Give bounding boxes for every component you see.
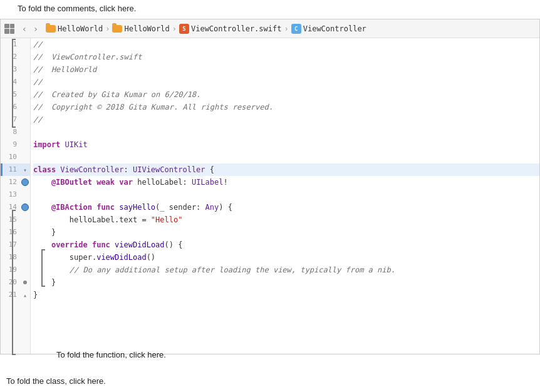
breadcrumb-label-2: HelloWorld — [124, 24, 169, 33]
line-number-21: 21 — [1, 289, 21, 301]
token: UIViewController — [133, 165, 205, 174]
line-number-7: 7 — [1, 113, 21, 126]
token: // — [33, 78, 42, 86]
code-line-11: class ViewController: UIViewController { — [33, 163, 539, 176]
fold-triangle-11[interactable]: ▾ — [23, 167, 27, 173]
token: func — [96, 203, 115, 212]
token: // HelloWorld — [33, 65, 96, 74]
top-annotation: To fold the comments, click here. — [18, 4, 136, 13]
token: () { — [165, 240, 183, 249]
forward-arrow[interactable]: › — [31, 24, 41, 34]
fn-fold-bracket — [41, 249, 45, 287]
breadcrumb-item-2[interactable]: HelloWorld — [112, 24, 169, 33]
line-number-12: 12 — [1, 176, 21, 188]
token: @IBOutlet — [33, 178, 92, 187]
code-line-3: // HelloWorld — [33, 63, 539, 76]
token — [88, 240, 92, 249]
gutter-icon-20 — [21, 281, 29, 284]
code-line-10 — [33, 151, 539, 163]
token: import — [33, 140, 60, 149]
line-number-6: 6 — [1, 101, 21, 113]
line-number-14: 14 — [1, 201, 21, 214]
line-number-11: 11 — [1, 163, 21, 176]
line-number-10: 10 — [1, 151, 21, 163]
token: viewDidLoad — [115, 240, 164, 249]
comment-fold-bracket — [12, 39, 16, 128]
folder-icon-2 — [112, 25, 122, 33]
small-dot-indicator — [23, 281, 27, 284]
token: // Copyright © 2018 Gita Kumar. All righ… — [33, 103, 273, 111]
line-number-4: 4 — [1, 76, 21, 88]
gutter-row-13: 13 — [1, 188, 30, 201]
token: UIKit — [65, 140, 88, 149]
token: "Hello" — [151, 215, 183, 224]
code-line-8 — [33, 126, 539, 138]
code-line-2: // ViewController.swift — [33, 51, 539, 63]
swift-icon: S — [179, 24, 189, 34]
ib-action-circle[interactable] — [21, 204, 29, 211]
breadcrumb-sep-2: › — [172, 24, 177, 33]
breadcrumb-item-4[interactable]: C ViewController — [291, 24, 366, 34]
gutter-row-9: 9 — [1, 138, 30, 151]
token — [33, 240, 51, 249]
token: helloLabel.text = — [33, 215, 151, 224]
line-number-17: 17 — [1, 239, 21, 251]
grid-icon[interactable] — [4, 24, 14, 34]
line-number-20: 20 — [1, 276, 21, 289]
code-lines[interactable]: //// ViewController.swift// HelloWorld//… — [31, 38, 539, 354]
line-number-18: 18 — [1, 251, 21, 264]
token: // Created by Gita Kumar on 6/20/18. — [33, 90, 200, 99]
code-line-19: // Do any additional setup after loading… — [33, 264, 539, 276]
line-gutter: 1234567891011▾12131415161718192021▴ — [1, 38, 31, 354]
code-line-13 — [33, 188, 539, 201]
folder-icon-1 — [46, 25, 56, 33]
token: } — [33, 291, 38, 299]
token: ViewController — [60, 165, 123, 174]
gutter-icon-14 — [21, 204, 29, 211]
active-line-bar — [1, 163, 3, 176]
code-line-14: @IBAction func sayHello(_ sender: Any) { — [33, 201, 539, 214]
grid-cell — [4, 29, 9, 34]
class-fold-bracket — [12, 210, 16, 355]
breadcrumb-nav: ‹ › — [19, 24, 41, 34]
gutter-icon-12 — [21, 178, 29, 186]
token: } — [33, 228, 56, 237]
line-number-15: 15 — [1, 214, 21, 226]
code-line-16: } — [33, 226, 539, 239]
line-number-13: 13 — [1, 188, 21, 201]
breadcrumb-item-1[interactable]: HelloWorld — [46, 24, 103, 33]
breadcrumb-item-3[interactable]: S ViewController.swift — [179, 24, 282, 34]
ib-outlet-circle[interactable] — [21, 178, 29, 186]
token: weak — [96, 178, 115, 187]
token: func — [92, 240, 110, 249]
token — [60, 140, 65, 149]
breadcrumb-sep-1: › — [105, 24, 110, 33]
token: () — [147, 253, 155, 262]
token: // — [33, 40, 42, 49]
grid-cell — [10, 24, 15, 29]
token: : — [124, 165, 133, 174]
fold-triangle-21[interactable]: ▴ — [23, 292, 27, 299]
grid-cell — [10, 29, 15, 34]
line-number-5: 5 — [1, 88, 21, 101]
back-arrow[interactable]: ‹ — [19, 24, 29, 34]
line-number-1: 1 — [1, 38, 21, 51]
code-line-5: // Created by Gita Kumar on 6/20/18. — [33, 88, 539, 101]
bottom-class-annotation: To fold the class, click here. — [6, 376, 106, 386]
line-number-8: 8 — [1, 126, 21, 138]
gutter-row-8: 8 — [1, 126, 30, 138]
token: sayHello — [119, 203, 155, 212]
token: viewDidLoad — [96, 253, 146, 262]
code-line-6: // Copyright © 2018 Gita Kumar. All righ… — [33, 101, 539, 113]
breadcrumb-sep-3: › — [284, 24, 288, 33]
token: (_ sender: — [155, 203, 205, 212]
line-number-16: 16 — [1, 226, 21, 239]
token: @IBAction — [33, 203, 92, 212]
line-number-19: 19 — [1, 264, 21, 276]
grid-cell — [4, 24, 9, 29]
gutter-icon-11: ▾ — [21, 167, 29, 173]
code-line-12: @IBOutlet weak var helloLabel: UILabel! — [33, 176, 539, 188]
code-line-15: helloLabel.text = "Hello" — [33, 214, 539, 226]
breadcrumb-label-4: ViewController — [303, 24, 366, 33]
gutter-icon-21: ▴ — [21, 292, 29, 299]
